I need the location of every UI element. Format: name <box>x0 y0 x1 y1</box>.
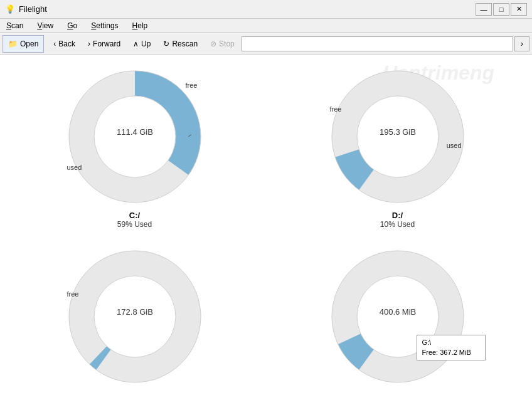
tooltip-g: G:\ Free: 367.2 MiB <box>417 335 486 360</box>
svg-text:172.8 GiB: 172.8 GiB <box>117 307 153 317</box>
svg-text:400.6 MiB: 400.6 MiB <box>379 307 416 317</box>
window-controls: — □ ✕ <box>476 3 527 16</box>
toolbar: 📁 Open ‹ Back › Forward ∧ Up ↻ Rescan ⊘ … <box>0 33 532 55</box>
forward-icon: › <box>88 39 90 48</box>
tooltip-title-g: G:\ <box>422 338 480 347</box>
used-label-d: used <box>447 142 462 149</box>
menu-bar: Scan View Go Settings Help <box>0 19 532 33</box>
menu-scan[interactable]: Scan <box>3 20 27 31</box>
rescan-icon: ↻ <box>163 39 169 48</box>
tooltip-free-g: Free: 367.2 MiB <box>422 348 480 357</box>
chart-e: 172.8 GiB free <box>66 248 204 386</box>
drive-e[interactable]: 172.8 GiB free <box>6 241 263 397</box>
forward-button[interactable]: › Forward <box>82 35 126 53</box>
drive-percent-d: 10% Used <box>380 220 415 229</box>
drive-grid: 111.4 GiB free used C:/ 59% Used <box>0 55 532 403</box>
maximize-button[interactable]: □ <box>493 3 509 16</box>
menu-go[interactable]: Go <box>63 20 81 31</box>
donut-chart-c: 111.4 GiB <box>66 68 204 206</box>
close-button[interactable]: ✕ <box>511 3 527 16</box>
chart-d: 195.3 GiB free used <box>329 68 467 206</box>
address-go-button[interactable]: › <box>514 36 529 51</box>
minimize-button[interactable]: — <box>476 3 492 16</box>
donut-chart-g: 400.6 MiB <box>329 248 467 386</box>
main-content: Uentrimeng 111.4 <box>0 55 532 420</box>
drive-letter-c: C:/ <box>129 211 140 220</box>
title-bar: 💡 Filelight — □ ✕ <box>0 0 532 19</box>
svg-point-2 <box>94 96 176 177</box>
drive-letter-d: D:/ <box>392 211 403 220</box>
free-label-d: free <box>330 105 342 113</box>
drive-c[interactable]: 111.4 GiB free used C:/ 59% Used <box>6 61 263 235</box>
free-label-e: free <box>67 290 79 298</box>
app-title: Filelight <box>19 4 47 14</box>
folder-icon: 📁 <box>8 39 18 48</box>
chart-g: 400.6 MiB G:\ Free: 367.2 MiB <box>329 248 467 386</box>
back-button[interactable]: ‹ Back <box>48 35 81 53</box>
stop-icon: ⊘ <box>210 39 216 48</box>
donut-chart-e: 172.8 GiB <box>66 248 204 386</box>
used-label-c: used <box>67 164 82 171</box>
drive-g[interactable]: 400.6 MiB G:\ Free: 367.2 MiB <box>269 241 526 397</box>
svg-text:195.3 GiB: 195.3 GiB <box>380 127 416 137</box>
stop-button[interactable]: ⊘ Stop <box>205 35 240 53</box>
menu-settings[interactable]: Settings <box>87 20 122 31</box>
donut-chart-d: 195.3 GiB <box>329 68 467 206</box>
rescan-button[interactable]: ↻ Rescan <box>157 35 203 53</box>
address-bar[interactable] <box>242 36 513 51</box>
back-icon: ‹ <box>53 39 56 48</box>
drive-d[interactable]: 195.3 GiB free used D:/ 10% Used <box>269 61 526 235</box>
up-button[interactable]: ∧ Up <box>127 35 156 53</box>
svg-text:111.4 GiB: 111.4 GiB <box>117 127 153 137</box>
svg-point-16 <box>94 276 176 357</box>
drive-percent-c: 59% Used <box>117 220 152 229</box>
svg-point-10 <box>357 96 439 177</box>
free-label-c: free <box>186 81 198 89</box>
menu-view[interactable]: View <box>33 20 57 31</box>
open-button[interactable]: 📁 Open <box>3 35 44 53</box>
app-icon: 💡 <box>5 4 15 14</box>
chart-c: 111.4 GiB free used <box>66 68 204 206</box>
up-icon: ∧ <box>133 39 139 48</box>
menu-help[interactable]: Help <box>129 20 152 31</box>
